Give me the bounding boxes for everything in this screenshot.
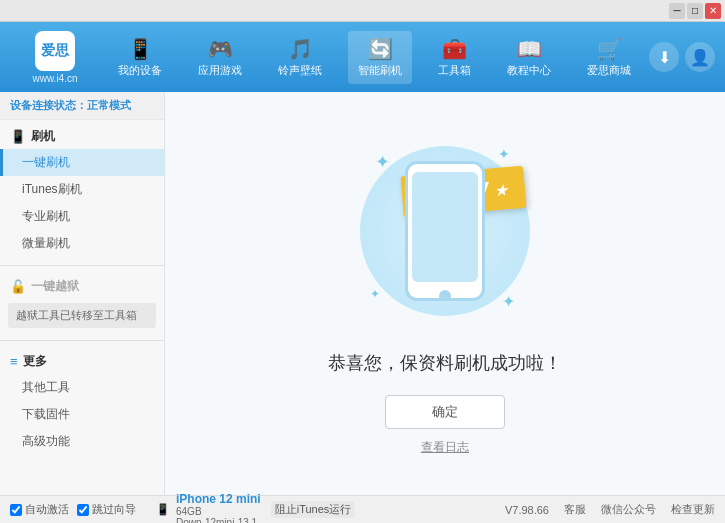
confirm-button[interactable]: 确定 [385, 395, 505, 429]
nav-smart-flash-label: 智能刷机 [358, 63, 402, 78]
check-update-link[interactable]: 检查更新 [671, 502, 715, 517]
sidebar-item-itunes-flash[interactable]: iTunes刷机 [0, 176, 164, 203]
nav-toolbox[interactable]: 🧰 工具箱 [428, 31, 481, 84]
more-section-title: ≡ 更多 [0, 349, 164, 374]
logo-url: www.i4.cn [32, 73, 77, 84]
sidebar-item-micro-flash[interactable]: 微量刷机 [0, 230, 164, 257]
sparkle-3: ✦ [370, 287, 380, 301]
phone-screen [412, 172, 478, 282]
main-area: 设备连接状态：正常模式 📱 刷机 一键刷机 iTunes刷机 专业刷机 微量刷机 [0, 92, 725, 495]
flash-section-label: 刷机 [31, 128, 55, 145]
header: 爱思 www.i4.cn 📱 我的设备 🎮 应用游戏 🎵 铃声壁纸 🔄 智能刷机… [0, 22, 725, 92]
customer-service-link[interactable]: 客服 [564, 502, 586, 517]
maximize-btn[interactable]: □ [687, 3, 703, 19]
bottom-left: 自动激活 跳过向导 📱 iPhone 12 mini 64GB Down-12m… [10, 492, 505, 524]
nav-toolbox-label: 工具箱 [438, 63, 471, 78]
my-device-icon: 📱 [128, 37, 153, 61]
version-text: V7.98.66 [505, 504, 549, 516]
download-firmware-label: 下载固件 [22, 407, 70, 421]
device-info: 📱 iPhone 12 mini 64GB Down-12mini-13,1 [156, 492, 261, 524]
nav-ringtones-label: 铃声壁纸 [278, 63, 322, 78]
nav-my-device-label: 我的设备 [118, 63, 162, 78]
tutorial-icon: 📖 [517, 37, 542, 61]
sparkle-4: ✦ [502, 292, 515, 311]
divider-2 [0, 340, 164, 341]
advanced-label: 高级功能 [22, 434, 70, 448]
device-model: Down-12mini-13,1 [176, 517, 261, 524]
bottom-bar: 自动激活 跳过向导 📱 iPhone 12 mini 64GB Down-12m… [0, 495, 725, 523]
micro-flash-label: 微量刷机 [22, 236, 70, 250]
content-area: ✦ ✦ ✦ ✦ NEW 恭喜您，保资料刷机成功啦！ 确定 查看日志 [165, 92, 725, 495]
jailbreak-note: 越狱工具已转移至工具箱 [8, 303, 156, 328]
sidebar-item-pro-flash[interactable]: 专业刷机 [0, 203, 164, 230]
apps-icon: 🎮 [208, 37, 233, 61]
auto-connect-label: 自动激活 [25, 502, 69, 517]
smart-flash-icon: 🔄 [368, 37, 393, 61]
nav-ringtones[interactable]: 🎵 铃声壁纸 [268, 31, 332, 84]
phone-home-btn [439, 290, 451, 301]
nav-items: 📱 我的设备 🎮 应用游戏 🎵 铃声壁纸 🔄 智能刷机 🧰 工具箱 📖 教程中心… [100, 31, 649, 84]
logo-icon: 爱思 [35, 31, 75, 71]
flash-section-icon: 📱 [10, 129, 26, 144]
device-icon: 📱 [156, 503, 170, 516]
nav-right: ⬇ 👤 [649, 42, 715, 72]
bottom-right: V7.98.66 客服 微信公众号 检查更新 [505, 502, 715, 517]
nav-mall[interactable]: 🛒 爱思商城 [577, 31, 641, 84]
more-section: ≡ 更多 其他工具 下载固件 高级功能 [0, 345, 164, 459]
nav-apps-label: 应用游戏 [198, 63, 242, 78]
itunes-stop-btn[interactable]: 阻止iTunes运行 [271, 501, 356, 518]
auto-connect-input[interactable] [10, 504, 22, 516]
device-name: iPhone 12 mini [176, 492, 261, 506]
sidebar-item-other-tools[interactable]: 其他工具 [0, 374, 164, 401]
more-icon: ≡ [10, 354, 18, 369]
nav-tutorial[interactable]: 📖 教程中心 [497, 31, 561, 84]
device-storage: 64GB [176, 506, 261, 517]
phone-body [405, 161, 485, 301]
jailbreak-section: 🔓 一键越狱 越狱工具已转移至工具箱 [0, 270, 164, 336]
close-btn[interactable]: ✕ [705, 3, 721, 19]
success-text: 恭喜您，保资料刷机成功啦！ [328, 351, 562, 375]
title-bar: ─ □ ✕ [0, 0, 725, 22]
jailbreak-icon: 🔓 [10, 279, 26, 294]
itunes-flash-label: iTunes刷机 [22, 182, 82, 196]
logo[interactable]: 爱思 www.i4.cn [10, 31, 100, 84]
jailbreak-section-title: 🔓 一键越狱 [0, 274, 164, 299]
status-prefix: 设备连接状态： [10, 99, 87, 111]
jailbreak-label: 一键越狱 [31, 278, 79, 295]
more-label: 更多 [23, 353, 47, 370]
skip-wizard-input[interactable] [77, 504, 89, 516]
sidebar-item-one-click-flash[interactable]: 一键刷机 [0, 149, 164, 176]
nav-mall-label: 爱思商城 [587, 63, 631, 78]
checkbox-row: 自动激活 跳过向导 [10, 502, 136, 517]
auto-connect-checkbox[interactable]: 自动激活 [10, 502, 69, 517]
flash-section-title: 📱 刷机 [0, 124, 164, 149]
wechat-public-link[interactable]: 微信公众号 [601, 502, 656, 517]
mall-icon: 🛒 [597, 37, 622, 61]
log-link[interactable]: 查看日志 [421, 439, 469, 456]
sparkle-2: ✦ [498, 146, 510, 162]
sparkle-1: ✦ [375, 151, 390, 173]
skip-wizard-label: 跳过向导 [92, 502, 136, 517]
sidebar: 设备连接状态：正常模式 📱 刷机 一键刷机 iTunes刷机 专业刷机 微量刷机 [0, 92, 165, 495]
nav-my-device[interactable]: 📱 我的设备 [108, 31, 172, 84]
pro-flash-label: 专业刷机 [22, 209, 70, 223]
status-value: 正常模式 [87, 99, 131, 111]
nav-smart-flash[interactable]: 🔄 智能刷机 [348, 31, 412, 84]
skip-wizard-checkbox[interactable]: 跳过向导 [77, 502, 136, 517]
download-btn[interactable]: ⬇ [649, 42, 679, 72]
divider-1 [0, 265, 164, 266]
ringtones-icon: 🎵 [288, 37, 313, 61]
nav-apps-games[interactable]: 🎮 应用游戏 [188, 31, 252, 84]
status-bar: 设备连接状态：正常模式 [0, 92, 164, 120]
toolbox-icon: 🧰 [442, 37, 467, 61]
device-details: iPhone 12 mini 64GB Down-12mini-13,1 [176, 492, 261, 524]
other-tools-label: 其他工具 [22, 380, 70, 394]
sidebar-item-download-firmware[interactable]: 下载固件 [0, 401, 164, 428]
one-click-flash-label: 一键刷机 [22, 155, 70, 169]
sidebar-item-advanced[interactable]: 高级功能 [0, 428, 164, 455]
account-btn[interactable]: 👤 [685, 42, 715, 72]
flash-section: 📱 刷机 一键刷机 iTunes刷机 专业刷机 微量刷机 [0, 120, 164, 261]
minimize-btn[interactable]: ─ [669, 3, 685, 19]
nav-tutorial-label: 教程中心 [507, 63, 551, 78]
success-illustration: ✦ ✦ ✦ ✦ NEW [345, 131, 545, 331]
